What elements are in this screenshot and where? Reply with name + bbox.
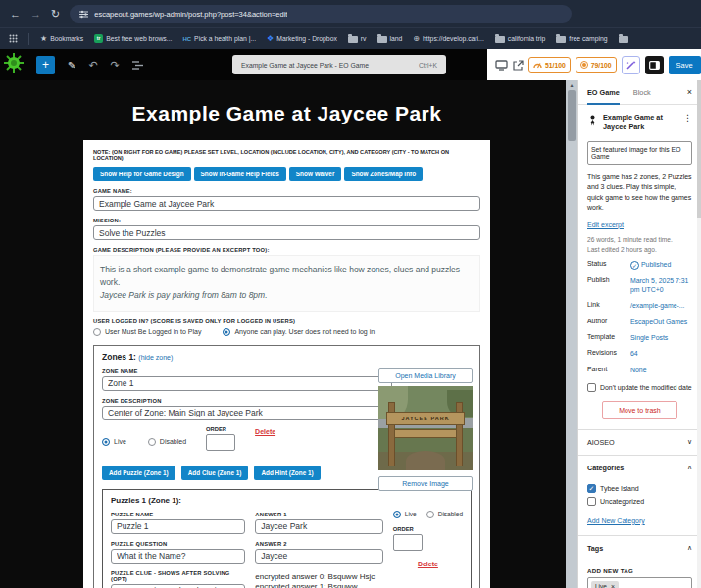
puzzle-name-input[interactable]: [111, 519, 245, 534]
show-waiver-button[interactable]: Show Waiver: [289, 167, 342, 181]
bookmark-item[interactable]: california trip: [495, 34, 546, 43]
zone-desc-input[interactable]: [102, 406, 392, 420]
bookmark-label: land: [390, 35, 403, 42]
category-checkbox[interactable]: [587, 497, 596, 506]
add-puzzle-button[interactable]: Add Puzzle (Zone 1): [102, 466, 175, 480]
puzzle-clue-input[interactable]: [111, 584, 245, 588]
scrollbar-thumb[interactable]: [568, 90, 576, 141]
tag-input[interactable]: Live ×: [587, 577, 692, 588]
open-media-library-button[interactable]: Open Media Library: [378, 368, 473, 383]
zone-disabled-radio[interactable]: [148, 438, 156, 446]
puzzle-delete-link[interactable]: Delete: [418, 561, 438, 567]
category-checkbox-checked[interactable]: ✓: [587, 484, 596, 493]
address-bar[interactable]: escapeout.games/wp-admin/post.php?post=3…: [70, 5, 572, 23]
puzzle-disabled-radio[interactable]: [426, 511, 434, 518]
add-hint-button[interactable]: Add Hint (Zone 1): [254, 466, 320, 480]
zone-order-input[interactable]: [206, 434, 235, 451]
dropbox-icon: ❖: [267, 35, 274, 43]
remove-image-button[interactable]: Remove Image: [378, 476, 473, 491]
parent-value[interactable]: None: [630, 366, 692, 374]
tab-eo-game[interactable]: EO Game: [587, 80, 620, 105]
site-icon[interactable]: [4, 53, 24, 76]
list-view-icon[interactable]: [132, 56, 143, 74]
mission-input[interactable]: [93, 225, 480, 240]
content-scrollbar[interactable]: ▲: [566, 80, 577, 588]
preview-desktop-icon[interactable]: [495, 60, 508, 71]
undo-icon[interactable]: ↶: [88, 59, 97, 72]
bookmark-item[interactable]: free camping: [556, 34, 607, 43]
game-name-label: GAME NAME:: [93, 188, 480, 194]
show-help-button[interactable]: Show Help for Game Design: [93, 167, 191, 181]
link-value[interactable]: /example-game-...: [630, 301, 692, 310]
globe-icon: ⊕: [413, 35, 420, 43]
headline-score-badge[interactable]: 51/100: [528, 57, 571, 73]
hide-zone-link[interactable]: (hide zone): [138, 354, 173, 361]
set-featured-image-button[interactable]: Set featured image for this EO Game: [587, 141, 692, 165]
description-editor[interactable]: This is a short example game to demonstr…: [93, 255, 480, 312]
add-clue-button[interactable]: Add Clue (Zone 1): [181, 466, 249, 480]
zone-delete-link[interactable]: Delete: [255, 428, 275, 435]
revisions-value[interactable]: 64: [630, 349, 692, 358]
aioseo-section[interactable]: AIOSEO ∨: [578, 429, 701, 455]
show-zones-map-button[interactable]: Show Zones/Map Info: [344, 167, 423, 181]
row-label: Template: [587, 333, 630, 342]
redo-icon[interactable]: ↷: [111, 59, 120, 72]
tr-favicon: tr: [94, 34, 103, 43]
modified-date-checkbox[interactable]: [587, 383, 596, 392]
bookmark-item[interactable]: ❖ Marketing - Dropbox: [267, 35, 337, 43]
puzzle-order-input[interactable]: [393, 534, 423, 551]
zone-name-input[interactable]: [102, 376, 392, 391]
puzzle-question-input[interactable]: [111, 549, 245, 564]
save-button[interactable]: Save: [669, 56, 701, 74]
close-sidebar-icon[interactable]: ×: [687, 87, 692, 97]
bookmark-item[interactable]: tr Best free web brows...: [94, 34, 172, 43]
categories-section[interactable]: Categories ∧: [578, 455, 701, 480]
ai-assistant-button[interactable]: [622, 56, 640, 74]
seo-score-badge[interactable]: 79/100: [576, 57, 617, 73]
settings-panel-toggle[interactable]: [645, 56, 664, 74]
row-label: Author: [587, 318, 630, 326]
kebab-menu-icon[interactable]: ⋮: [683, 113, 692, 122]
game-name-input[interactable]: [93, 196, 480, 211]
description-line: This is a short example game to demonstr…: [100, 264, 474, 289]
bookmark-item[interactable]: rv: [348, 34, 367, 43]
logged-in-radio[interactable]: [93, 328, 101, 336]
bookmark-item[interactable]: ⊕ https://develop.cari...: [413, 35, 483, 43]
edit-excerpt-link[interactable]: Edit excerpt: [587, 221, 624, 228]
post-title[interactable]: Example Game at Jaycee Park: [83, 102, 490, 125]
chevron-up-icon: ∧: [687, 464, 692, 471]
show-ingame-help-button[interactable]: Show In-Game Help Fields: [194, 167, 286, 181]
sidebar-scrollbar[interactable]: [697, 80, 701, 588]
tab-block[interactable]: Block: [633, 80, 651, 105]
apps-grid-icon[interactable]: [9, 34, 18, 44]
anyone-play-radio[interactable]: [223, 328, 230, 336]
puzzle-section: Puzzles 1 (Zone 1): PUZZLE NAME PUZZLE Q…: [102, 489, 472, 588]
bookmark-item[interactable]: land: [377, 34, 403, 43]
template-value[interactable]: Single Posts: [630, 333, 692, 342]
move-to-trash-button[interactable]: Move to trash: [602, 401, 676, 419]
block-inserter-button[interactable]: +: [36, 56, 55, 74]
site-settings-icon[interactable]: [79, 10, 88, 19]
tag-chip[interactable]: Live ×: [591, 581, 619, 588]
zone-live-radio[interactable]: [102, 438, 110, 446]
author-value[interactable]: EscapeOut Games: [630, 318, 692, 326]
external-preview-icon[interactable]: [513, 60, 524, 71]
author-row: Author EscapeOut Games: [587, 318, 692, 326]
publish-value[interactable]: March 5, 2025 7:31 pm UTC+0: [630, 276, 692, 295]
answer2-input[interactable]: [255, 549, 382, 564]
remove-tag-icon[interactable]: ×: [611, 583, 615, 588]
tags-section[interactable]: Tags ∧: [578, 535, 701, 561]
command-search[interactable]: Example Game at Jaycee Park - EO Game Ct…: [232, 55, 446, 74]
add-new-category-link[interactable]: Add New Category: [587, 517, 645, 524]
bookmark-item[interactable]: [619, 34, 628, 43]
reload-icon[interactable]: ↻: [51, 9, 60, 20]
back-icon[interactable]: ←: [10, 9, 21, 20]
answer1-input[interactable]: [255, 519, 382, 534]
bookmark-item[interactable]: ★ Bookmarks: [40, 34, 83, 43]
status-value[interactable]: ✓Published: [630, 260, 692, 270]
scroll-up-icon[interactable]: ▲: [566, 80, 577, 88]
forward-icon[interactable]: →: [30, 9, 41, 20]
edit-mode-icon[interactable]: ✎: [68, 60, 75, 71]
bookmark-item[interactable]: HC Pick a health plan |...: [182, 35, 256, 42]
puzzle-live-radio[interactable]: [393, 511, 401, 518]
